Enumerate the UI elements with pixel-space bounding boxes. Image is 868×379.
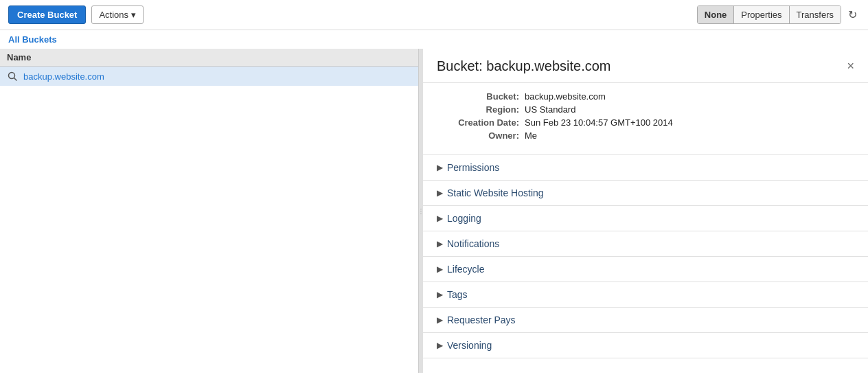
tab-transfers[interactable]: Transfers: [790, 6, 841, 23]
all-buckets-link[interactable]: All Buckets: [8, 34, 57, 45]
logging-arrow-icon: ▶: [437, 214, 443, 223]
tab-properties[interactable]: Properties: [734, 6, 789, 23]
versioning-arrow-icon: ▶: [437, 341, 443, 350]
actions-button[interactable]: Actions ▾: [91, 5, 144, 24]
detail-title-prefix: Bucket:: [437, 58, 483, 73]
bucket-label: Bucket:: [437, 91, 519, 102]
permissions-label: Permissions: [447, 162, 499, 173]
section-permissions[interactable]: ▶Permissions: [423, 155, 868, 181]
sections-list: ▶Permissions▶Static Website Hosting▶Logg…: [423, 155, 868, 358]
section-notifications[interactable]: ▶Notifications: [423, 231, 868, 257]
section-requester-pays[interactable]: ▶Requester Pays: [423, 308, 868, 333]
requester-pays-label: Requester Pays: [447, 314, 516, 325]
creation-date-label: Creation Date:: [437, 117, 519, 128]
tab-none[interactable]: None: [698, 6, 735, 23]
static-website-hosting-arrow-icon: ▶: [437, 188, 443, 198]
logging-label: Logging: [447, 213, 481, 224]
notifications-arrow-icon: ▶: [437, 239, 443, 249]
bucket-detail-panel: Bucket: backup.website.com × Bucket: bac…: [423, 49, 868, 373]
bucket-list-item[interactable]: backup.website.com: [0, 67, 418, 86]
tags-label: Tags: [447, 289, 468, 300]
close-button[interactable]: ×: [847, 59, 854, 73]
refresh-button[interactable]: ↻: [845, 5, 860, 24]
info-row-creation-date: Creation Date: Sun Feb 23 10:04:57 GMT+1…: [437, 117, 854, 128]
bucket-item-name: backup.website.com: [23, 71, 104, 82]
detail-bucket-name: backup.website.com: [486, 58, 610, 73]
bucket-search-icon: [7, 71, 18, 82]
static-website-hosting-label: Static Website Hosting: [447, 187, 544, 198]
detail-header: Bucket: backup.website.com ×: [423, 49, 868, 83]
breadcrumb: All Buckets: [0, 30, 868, 49]
lifecycle-label: Lifecycle: [447, 264, 484, 275]
actions-label: Actions: [99, 10, 128, 20]
section-static-website-hosting[interactable]: ▶Static Website Hosting: [423, 181, 868, 206]
section-lifecycle[interactable]: ▶Lifecycle: [423, 257, 868, 282]
name-column-header: Name: [7, 52, 31, 62]
permissions-arrow-icon: ▶: [437, 163, 443, 172]
section-tags[interactable]: ▶Tags: [423, 282, 868, 308]
lifecycle-arrow-icon: ▶: [437, 264, 443, 274]
view-tab-group: None Properties Transfers: [697, 5, 841, 24]
main-layout: Name backup.website.com ⋮ Bucket: backup…: [0, 49, 868, 373]
bucket-list-panel: Name backup.website.com: [0, 49, 419, 373]
owner-label: Owner:: [437, 130, 519, 141]
requester-pays-arrow-icon: ▶: [437, 315, 443, 325]
info-row-region: Region: US Standard: [437, 104, 854, 115]
bucket-list-header: Name: [0, 49, 418, 67]
dropdown-arrow-icon: ▾: [131, 10, 136, 20]
tags-arrow-icon: ▶: [437, 290, 443, 299]
create-bucket-button[interactable]: Create Bucket: [8, 5, 86, 24]
toolbar-right: None Properties Transfers ↻: [697, 5, 860, 24]
region-label: Region:: [437, 104, 519, 115]
toolbar: Create Bucket Actions ▾ None Properties …: [0, 0, 868, 30]
section-versioning[interactable]: ▶Versioning: [423, 333, 868, 358]
info-row-owner: Owner: Me: [437, 130, 854, 141]
region-value: US Standard: [525, 104, 575, 115]
detail-title: Bucket: backup.website.com: [437, 58, 610, 74]
info-table: Bucket: backup.website.com Region: US St…: [423, 83, 868, 155]
owner-value: Me: [525, 130, 537, 141]
creation-date-value: Sun Feb 23 10:04:57 GMT+100 2014: [525, 117, 673, 128]
notifications-label: Notifications: [447, 238, 499, 249]
info-row-bucket: Bucket: backup.website.com: [437, 91, 854, 102]
svg-line-1: [14, 78, 17, 81]
versioning-label: Versioning: [447, 340, 492, 351]
section-logging[interactable]: ▶Logging: [423, 206, 868, 231]
bucket-value: backup.website.com: [525, 91, 606, 102]
